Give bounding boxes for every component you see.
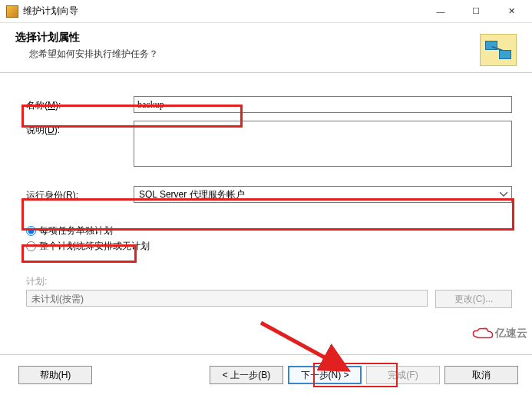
name-label: 名称(M):: [26, 96, 134, 112]
radio-per-task-label: 每项任务单独计划: [39, 224, 113, 237]
app-icon: [6, 5, 18, 18]
schedule-mode-group: 每项任务单独计划 整个计划统筹安排或无计划: [26, 223, 512, 254]
radio-single-plan-label: 整个计划统筹安排或无计划: [39, 240, 150, 253]
runas-value: SQL Server 代理服务帐户: [139, 188, 497, 201]
page-title: 选择计划属性: [15, 31, 480, 45]
change-schedule-button: 更改(C)...: [435, 290, 512, 308]
wizard-footer: 帮助(H) < 上一步(B) 下一步(N) > 完成(F) 取消: [0, 354, 532, 395]
radio-single-plan-input[interactable]: [26, 241, 36, 251]
runas-row: 运行身份(R): SQL Server 代理服务帐户: [26, 186, 512, 203]
watermark: 亿速云: [472, 326, 527, 341]
runas-select[interactable]: SQL Server 代理服务帐户: [134, 186, 512, 203]
back-button[interactable]: < 上一步(B): [210, 366, 283, 384]
schedule-value: 未计划(按需): [26, 290, 428, 307]
page-subtitle: 您希望如何安排执行维护任务？: [29, 48, 480, 61]
runas-label: 运行身份(R):: [26, 186, 134, 202]
form-area: 名称(M): 说明(D): 运行身份(R): SQL Server 代理服务帐户: [0, 73, 532, 311]
description-row: 说明(D):: [26, 121, 512, 169]
cancel-button[interactable]: 取消: [444, 366, 518, 384]
radio-single-plan[interactable]: 整个计划统筹安排或无计划: [26, 238, 512, 254]
wizard-icon: [480, 34, 517, 66]
window-title: 维护计划向导: [23, 5, 423, 18]
finish-button: 完成(F): [366, 366, 440, 384]
next-button[interactable]: 下一步(N) >: [288, 366, 362, 384]
help-button[interactable]: 帮助(H): [18, 366, 92, 384]
chevron-down-icon: [497, 188, 510, 201]
name-row: 名称(M):: [26, 96, 512, 113]
description-label: 说明(D):: [26, 121, 134, 137]
wizard-header: 选择计划属性 您希望如何安排执行维护任务？: [0, 23, 532, 72]
maximize-button[interactable]: ☐: [458, 1, 494, 22]
name-input[interactable]: [134, 96, 512, 113]
minimize-button[interactable]: —: [423, 1, 458, 22]
window-titlebar: 维护计划向导 — ☐ ✕: [0, 0, 532, 23]
radio-per-task[interactable]: 每项任务单独计划: [26, 223, 512, 238]
schedule-label: 计划:: [26, 275, 512, 288]
description-input[interactable]: [134, 121, 512, 167]
close-button[interactable]: ✕: [494, 1, 529, 22]
schedule-block: 计划: 未计划(按需) 更改(C)...: [26, 275, 512, 308]
radio-per-task-input[interactable]: [26, 226, 36, 236]
